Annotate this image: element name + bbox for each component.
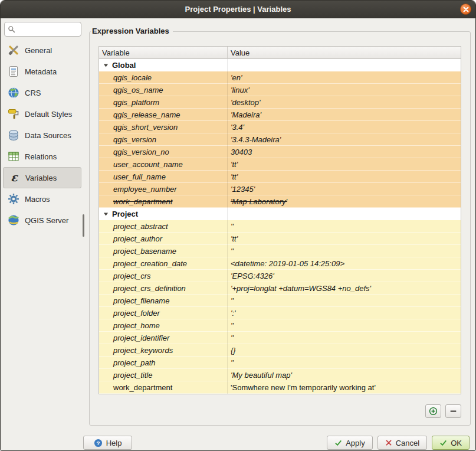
sidebar-item-macros[interactable]: Macros: [3, 188, 81, 210]
variable-row-project_keywords[interactable]: project_keywords{}: [99, 344, 461, 357]
search-icon: [8, 25, 15, 33]
variable-row-qgis_short_version[interactable]: qgis_short_version'3.4': [99, 121, 461, 133]
variable-name: qgis_platform: [113, 98, 159, 107]
variable-row-project_crs[interactable]: project_crs'EPSG:4326': [99, 270, 461, 282]
epsilon-icon: ε: [7, 171, 21, 185]
variable-value: '': [231, 321, 234, 330]
variable-value: ':': [231, 309, 236, 318]
variable-row-qgis_version_no[interactable]: qgis_version_no30403: [99, 146, 461, 158]
group-row-global[interactable]: Global: [99, 59, 461, 71]
variable-row-user_account_name[interactable]: user_account_name'tt': [99, 158, 461, 171]
table-actions: [425, 404, 461, 418]
variable-value: '': [231, 296, 234, 305]
titlebar: Project Properties | Variables: [1, 1, 475, 18]
variable-row-project_crs_definition[interactable]: project_crs_definition'+proj=longlat +da…: [99, 282, 461, 295]
variable-value: '': [231, 358, 234, 367]
variable-value: 'tt': [231, 234, 238, 243]
expander-icon[interactable]: [101, 211, 110, 217]
sidebar-item-qgis-server[interactable]: QGIS Server: [3, 210, 81, 231]
sidebar-item-label: CRS: [25, 89, 41, 97]
variable-row-project_author[interactable]: project_author'tt': [99, 233, 461, 245]
variable-value: 'EPSG:4326': [231, 272, 274, 280]
variable-value: '3.4.3-Madeira': [231, 135, 281, 144]
sidebar-item-default-styles[interactable]: Default Styles: [3, 103, 81, 125]
variable-name: project_creation_date: [113, 259, 187, 268]
variable-row-qgis_version[interactable]: qgis_version'3.4.3-Madeira': [99, 133, 461, 146]
help-icon: ?: [94, 439, 103, 447]
variable-name: project_crs_definition: [113, 284, 186, 293]
variable-name: project_path: [113, 358, 156, 367]
variable-row-qgis_locale[interactable]: qgis_locale'en': [99, 71, 461, 84]
ok-button[interactable]: OK: [432, 436, 470, 450]
column-header-value: Value: [228, 47, 461, 59]
apply-check-icon: [334, 439, 342, 447]
variable-row-project_home[interactable]: project_home'': [99, 319, 461, 332]
variable-row-work_department[interactable]: work_department'Map Laboratory': [99, 195, 461, 208]
close-button[interactable]: [460, 4, 471, 15]
help-button[interactable]: ? Help: [83, 436, 132, 450]
add-icon: [429, 407, 438, 416]
project-properties-window: Project Properties | Variables GeneralMe…: [0, 0, 476, 451]
group-row-project[interactable]: Project: [99, 208, 461, 220]
sidebar-scrollbar-thumb[interactable]: [83, 214, 84, 237]
variable-row-project_filename[interactable]: project_filename'': [99, 295, 461, 307]
expander-icon[interactable]: [101, 63, 110, 68]
window-title: Project Properties | Variables: [185, 5, 291, 14]
add-variable-button[interactable]: [425, 404, 441, 418]
variable-row-project_creation_date[interactable]: project_creation_date<datetime: 2019-01-…: [99, 257, 461, 270]
variable-name: qgis_version: [113, 135, 156, 144]
table-icon: [6, 149, 21, 164]
column-header-variable: Variable: [99, 47, 228, 59]
variable-row-work_department[interactable]: work_department'Somwhere new I'm tempora…: [99, 381, 461, 394]
sidebar-item-crs[interactable]: CRS: [3, 82, 81, 103]
variable-row-employee_number[interactable]: employee_number'12345': [99, 183, 461, 195]
variable-name: qgis_locale: [113, 73, 152, 82]
variable-name: user_account_name: [113, 160, 183, 169]
variable-name: project_home: [113, 321, 160, 330]
variable-row-project_basename[interactable]: project_basename'': [99, 245, 461, 257]
sidebar-item-variables[interactable]: εVariables: [3, 167, 81, 188]
variable-name: project_identifier: [113, 334, 169, 342]
search-input[interactable]: [18, 25, 78, 34]
variable-name: project_basename: [113, 247, 176, 256]
variable-row-project_path[interactable]: project_path'': [99, 357, 461, 369]
variable-row-qgis_platform[interactable]: qgis_platform'desktop': [99, 96, 461, 109]
variable-row-project_title[interactable]: project_title'My beautiful map': [99, 369, 461, 381]
variable-row-qgis_os_name[interactable]: qgis_os_name'linux': [99, 84, 461, 96]
sidebar-item-label: Data Sources: [25, 131, 71, 140]
sidebar-item-data-sources[interactable]: Data Sources: [3, 125, 81, 146]
variable-name: project_keywords: [113, 346, 173, 355]
sidebar-item-label: Default Styles: [25, 110, 72, 119]
cancel-cross-icon: [385, 439, 392, 446]
sidebar-item-relations[interactable]: Relations: [3, 146, 81, 167]
remove-variable-button[interactable]: [445, 404, 461, 418]
variable-row-project_abstract[interactable]: project_abstract'': [99, 220, 461, 233]
variable-value: {}: [231, 346, 236, 355]
help-button-label: Help: [106, 439, 122, 447]
cancel-button[interactable]: Cancel: [377, 436, 427, 450]
variable-value: '12345': [231, 185, 255, 194]
sidebar-nav: GeneralMetadataCRSDefault StylesData Sou…: [3, 40, 81, 231]
cancel-button-label: Cancel: [396, 439, 419, 447]
variable-name: project_author: [113, 234, 162, 243]
variable-row-project_folder[interactable]: project_folder':': [99, 307, 461, 319]
variable-name: project_crs: [113, 272, 151, 280]
apply-button[interactable]: Apply: [327, 436, 373, 450]
close-icon: [463, 6, 469, 12]
remove-icon: [449, 407, 458, 416]
variable-name: qgis_os_name: [113, 86, 163, 94]
variable-value: 'Madeira': [231, 110, 261, 119]
variable-name: user_full_name: [113, 172, 166, 181]
variable-row-project_identifier[interactable]: project_identifier'': [99, 332, 461, 344]
footer-buttons: Apply Cancel OK: [327, 436, 470, 450]
sidebar-item-general[interactable]: General: [3, 40, 81, 61]
ok-button-label: OK: [451, 439, 462, 447]
sidebar-item-metadata[interactable]: Metadata: [3, 61, 81, 82]
variable-name: project_folder: [113, 309, 160, 318]
variable-row-user_full_name[interactable]: user_full_name'tt': [99, 171, 461, 183]
variable-row-qgis_release_name[interactable]: qgis_release_name'Madeira': [99, 109, 461, 121]
variable-name: work_department: [113, 197, 172, 206]
variables-table-body: Globalqgis_locale'en'qgis_os_name'linux'…: [99, 59, 461, 394]
ok-check-icon: [439, 439, 447, 447]
tools-icon: [6, 43, 21, 57]
